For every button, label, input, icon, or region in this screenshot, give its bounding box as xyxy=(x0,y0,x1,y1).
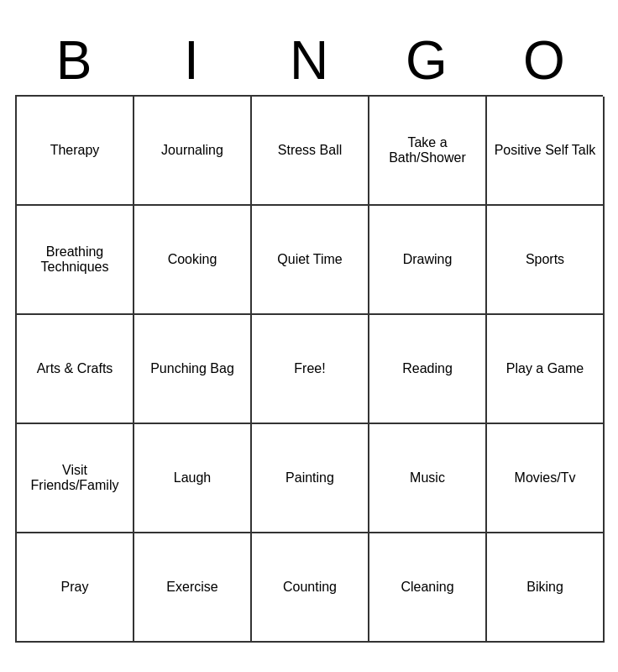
cell-text-19: Movies/Tv xyxy=(515,470,576,486)
letter-b: B xyxy=(17,29,131,92)
cell-text-6: Cooking xyxy=(168,252,217,267)
cell-text-21: Exercise xyxy=(166,580,217,595)
bingo-cell-9[interactable]: Sports xyxy=(487,206,605,315)
bingo-cell-11[interactable]: Punching Bag xyxy=(134,315,252,424)
cell-text-2: Stress Ball xyxy=(278,143,342,158)
cell-text-24: Biking xyxy=(526,580,563,595)
cell-text-18: Music xyxy=(410,470,445,486)
bingo-cell-12[interactable]: Free! xyxy=(252,315,369,424)
cell-text-11: Punching Bag xyxy=(150,361,234,376)
cell-text-17: Painting xyxy=(285,470,334,486)
bingo-cell-19[interactable]: Movies/Tv xyxy=(487,424,605,533)
letter-n: N xyxy=(252,29,366,92)
bingo-cell-0[interactable]: Therapy xyxy=(17,97,134,206)
cell-text-5: Breathing Techniques xyxy=(22,244,128,276)
bingo-cell-24[interactable]: Biking xyxy=(487,533,605,643)
cell-text-13: Reading xyxy=(402,361,453,376)
cell-text-8: Drawing xyxy=(403,252,453,267)
bingo-grid: TherapyJournalingStress BallTake a Bath/… xyxy=(15,95,603,643)
cell-text-16: Laugh xyxy=(174,470,212,486)
cell-text-14: Play a Game xyxy=(506,361,584,376)
bingo-cell-18[interactable]: Music xyxy=(369,424,487,533)
cell-text-3: Take a Bath/Shower xyxy=(374,135,480,166)
cell-text-12: Free! xyxy=(294,361,325,376)
letter-i: I xyxy=(134,29,249,92)
bingo-cell-13[interactable]: Reading xyxy=(369,315,487,424)
cell-text-4: Positive Self Talk xyxy=(495,143,596,158)
cell-text-9: Sports xyxy=(526,252,564,267)
cell-text-20: Pray xyxy=(61,580,89,595)
cell-text-10: Arts & Crafts xyxy=(37,361,113,376)
bingo-cell-23[interactable]: Cleaning xyxy=(369,533,487,643)
bingo-cell-16[interactable]: Laugh xyxy=(134,424,252,533)
bingo-cell-20[interactable]: Pray xyxy=(17,533,134,643)
bingo-cell-8[interactable]: Drawing xyxy=(369,206,487,315)
bingo-header: B I N G O xyxy=(15,29,603,92)
cell-text-0: Therapy xyxy=(50,143,100,158)
bingo-cell-1[interactable]: Journaling xyxy=(134,97,252,206)
bingo-cell-14[interactable]: Play a Game xyxy=(487,315,605,424)
bingo-cell-15[interactable]: Visit Friends/Family xyxy=(17,424,134,533)
bingo-cell-17[interactable]: Painting xyxy=(252,424,369,533)
bingo-card: B I N G O TherapyJournalingStress BallTa… xyxy=(7,21,611,651)
bingo-cell-21[interactable]: Exercise xyxy=(134,533,252,643)
bingo-cell-2[interactable]: Stress Ball xyxy=(252,97,369,206)
letter-g: G xyxy=(369,29,484,92)
bingo-cell-10[interactable]: Arts & Crafts xyxy=(17,315,134,424)
cell-text-1: Journaling xyxy=(161,143,223,158)
cell-text-15: Visit Friends/Family xyxy=(22,463,128,494)
cell-text-23: Cleaning xyxy=(401,580,453,595)
bingo-cell-6[interactable]: Cooking xyxy=(134,206,252,315)
bingo-cell-5[interactable]: Breathing Techniques xyxy=(17,206,134,315)
bingo-cell-22[interactable]: Counting xyxy=(252,533,369,643)
cell-text-7: Quiet Time xyxy=(277,252,342,267)
bingo-cell-3[interactable]: Take a Bath/Shower xyxy=(369,97,487,206)
bingo-cell-4[interactable]: Positive Self Talk xyxy=(487,97,605,206)
cell-text-22: Counting xyxy=(283,580,337,595)
bingo-cell-7[interactable]: Quiet Time xyxy=(252,206,369,315)
letter-o: O xyxy=(487,29,601,92)
